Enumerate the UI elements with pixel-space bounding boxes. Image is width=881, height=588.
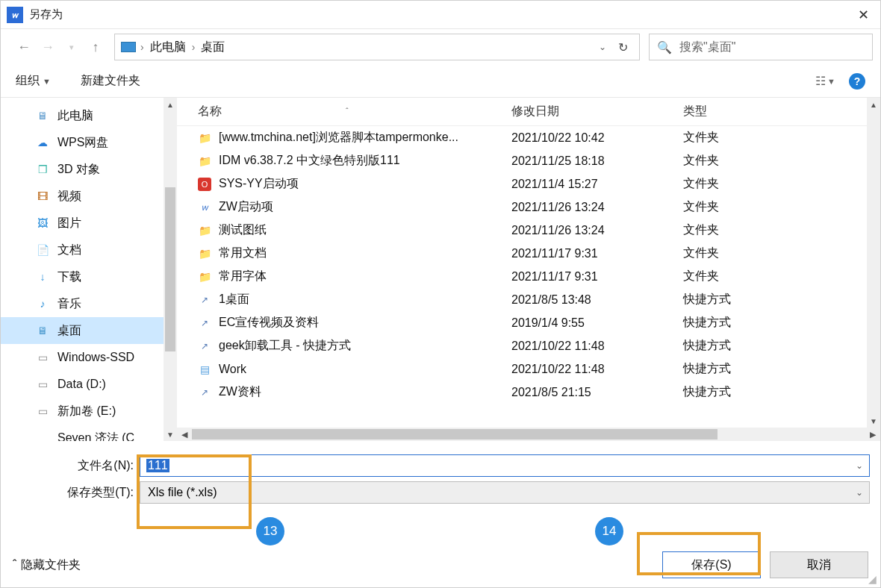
- sidebar-item-4[interactable]: 🖼图片: [1, 210, 177, 237]
- breadcrumb[interactable]: › 此电脑 › 桌面 ⌄ ↻: [114, 34, 640, 60]
- file-hscrollbar[interactable]: ◀ ▶: [177, 428, 880, 441]
- file-name: 常用字体: [219, 269, 267, 284]
- chevron-down-icon[interactable]: ⌄: [856, 460, 863, 471]
- cancel-button[interactable]: 取消: [770, 551, 868, 578]
- file-row[interactable]: ↗1桌面2021/8/5 13:48快捷方式: [177, 288, 880, 311]
- file-row[interactable]: 📁测试图纸2021/11/26 13:24文件夹: [177, 219, 880, 242]
- file-type: 文件夹: [683, 130, 880, 146]
- filename-value: 111: [146, 459, 169, 472]
- scroll-down-icon[interactable]: ▼: [867, 414, 880, 428]
- search-icon: 🔍: [657, 40, 672, 54]
- folder-icon: 📁: [198, 224, 211, 237]
- filename-input[interactable]: 111 ⌄: [140, 454, 870, 477]
- chevron-down-icon[interactable]: ⌄: [593, 42, 612, 52]
- scroll-right-icon[interactable]: ▶: [865, 430, 880, 440]
- sidebar-item-6[interactable]: ↓下载: [1, 263, 177, 290]
- sidebar-item-3[interactable]: 🎞视频: [1, 183, 177, 210]
- col-name[interactable]: 名称 ˆ: [198, 104, 511, 119]
- file-list: 名称 ˆ 修改日期 类型 📁[www.tmchina.net]浏览器脚本tamp…: [177, 98, 880, 441]
- sidebar-item-label: 新加卷 (E:): [57, 404, 116, 419]
- file-row[interactable]: 📁[www.tmchina.net]浏览器脚本tampermonke...202…: [177, 126, 880, 149]
- video-icon: 🎞: [35, 190, 50, 203]
- file-row[interactable]: 𝘸ZW启动项2021/11/26 13:24文件夹: [177, 196, 880, 219]
- scroll-down-icon[interactable]: ▼: [164, 428, 177, 441]
- up-button[interactable]: ↑: [86, 37, 105, 57]
- help-button[interactable]: ?: [849, 73, 865, 90]
- file-name: SYS-YY启动项: [219, 176, 299, 192]
- new-folder-button[interactable]: 新建文件夹: [81, 73, 140, 89]
- file-type: 文件夹: [683, 269, 880, 284]
- toolbar: 组织 ▼ 新建文件夹 ☷ ▼ ?: [1, 65, 880, 98]
- col-type[interactable]: 类型: [683, 104, 880, 119]
- window-title: 另存为: [29, 7, 852, 22]
- file-date: 2021/11/4 15:27: [511, 178, 683, 191]
- sidebar-item-7[interactable]: ♪音乐: [1, 290, 177, 317]
- sidebar-item-label: 视频: [57, 189, 81, 204]
- pc-icon: 🖥: [35, 109, 50, 122]
- file-row[interactable]: ↗EC宣传视频及资料2019/1/4 9:55快捷方式: [177, 311, 880, 334]
- file-date: 2021/11/17 9:31: [511, 247, 683, 260]
- drive-icon: [35, 431, 50, 441]
- cloud-icon: ☁: [35, 136, 50, 149]
- file-date: 2021/11/25 18:18: [511, 154, 683, 168]
- file-type: 快捷方式: [683, 338, 880, 354]
- search-input[interactable]: 🔍 搜索"桌面": [649, 34, 873, 60]
- sidebar-item-5[interactable]: 📄文档: [1, 237, 177, 263]
- col-date[interactable]: 修改日期: [511, 104, 683, 119]
- file-date: 2019/1/4 9:55: [511, 316, 683, 330]
- folder-icon: 📁: [198, 270, 211, 284]
- sidebar-item-label: Data (D:): [57, 378, 106, 391]
- crumb-desktop[interactable]: 桌面: [196, 40, 229, 55]
- scroll-left-icon[interactable]: ◀: [177, 430, 192, 440]
- view-button[interactable]: ☷ ▼: [815, 74, 835, 88]
- file-row[interactable]: ↗ZW资料2021/8/5 21:15快捷方式: [177, 381, 880, 404]
- organize-button[interactable]: 组织 ▼: [16, 73, 51, 89]
- close-button[interactable]: ✕: [852, 4, 874, 26]
- file-name: EC宣传视频及资料: [219, 315, 319, 331]
- chevron-right-icon: ›: [190, 41, 197, 53]
- scroll-up-icon[interactable]: ▲: [164, 98, 177, 111]
- save-button[interactable]: 保存(S): [662, 551, 761, 578]
- file-name: ZW资料: [219, 384, 261, 400]
- file-type: 文件夹: [683, 245, 880, 261]
- chevron-down-icon[interactable]: ⌄: [856, 487, 863, 498]
- type-select[interactable]: Xls file (*.xls) ⌄: [140, 481, 870, 504]
- app-icon: O: [198, 178, 211, 191]
- sidebar-item-9[interactable]: ▭Windows-SSD: [1, 344, 177, 371]
- back-button[interactable]: ←: [14, 37, 34, 57]
- sidebar-item-10[interactable]: ▭Data (D:): [1, 371, 177, 398]
- hscroll-thumb[interactable]: [192, 429, 717, 440]
- hide-folders-toggle[interactable]: ˆ 隐藏文件夹: [13, 557, 81, 573]
- sidebar-item-12[interactable]: Seven 济法 (C: [1, 425, 177, 441]
- sidebar-item-11[interactable]: ▭新加卷 (E:): [1, 398, 177, 425]
- file-row[interactable]: 📁IDM v6.38.7.2 中文绿色特别版1112021/11/25 18:1…: [177, 149, 880, 172]
- type-value: Xls file (*.xls): [148, 486, 217, 499]
- sidebar-item-2[interactable]: ❒3D 对象: [1, 156, 177, 183]
- refresh-button[interactable]: ↻: [612, 40, 633, 54]
- resize-grip-icon[interactable]: ◢: [868, 575, 879, 586]
- file-scrollbar[interactable]: ▲ ▼: [867, 98, 880, 428]
- file-row[interactable]: 📁常用字体2021/11/17 9:31文件夹: [177, 265, 880, 288]
- file-type: 文件夹: [683, 176, 880, 192]
- file-name: Work: [219, 363, 246, 376]
- sidebar-item-1[interactable]: ☁WPS网盘: [1, 129, 177, 156]
- forward-button[interactable]: →: [38, 37, 57, 57]
- scroll-up-icon[interactable]: ▲: [867, 98, 880, 111]
- file-type: 文件夹: [683, 153, 880, 169]
- file-row[interactable]: ▤Work2021/10/22 11:48快捷方式: [177, 357, 880, 381]
- sidebar-item-label: 文档: [57, 243, 81, 258]
- file-row[interactable]: OSYS-YY启动项2021/11/4 15:27文件夹: [177, 172, 880, 196]
- recent-dropdown[interactable]: ▾: [62, 37, 81, 57]
- sidebar-item-8[interactable]: 🖥桌面: [1, 317, 177, 344]
- sidebar-item-label: 下载: [57, 269, 81, 285]
- sidebar-item-0[interactable]: 🖥此电脑: [1, 102, 177, 129]
- scroll-thumb[interactable]: [165, 187, 175, 351]
- sidebar-scrollbar[interactable]: ▲ ▼: [164, 98, 177, 441]
- drive-icon: ▭: [35, 378, 50, 391]
- file-row[interactable]: ↗geek卸载工具 - 快捷方式2021/10/22 11:48快捷方式: [177, 334, 880, 357]
- crumb-pc[interactable]: 此电脑: [146, 40, 190, 55]
- sidebar: 🖥此电脑☁WPS网盘❒3D 对象🎞视频🖼图片📄文档↓下载♪音乐🖥桌面▭Windo…: [1, 98, 177, 441]
- cube-icon: ❒: [35, 163, 50, 176]
- file-date: 2021/10/22 11:48: [511, 340, 683, 353]
- file-row[interactable]: 📁常用文档2021/11/17 9:31文件夹: [177, 242, 880, 265]
